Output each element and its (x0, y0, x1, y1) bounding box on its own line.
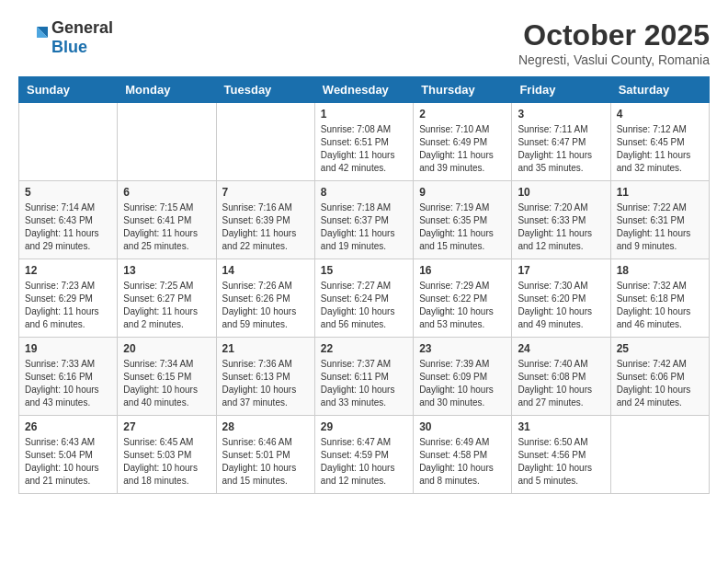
day-cell: 8Sunrise: 7:18 AM Sunset: 6:37 PM Daylig… (314, 181, 413, 259)
week-row-1: 1Sunrise: 7:08 AM Sunset: 6:51 PM Daylig… (19, 103, 710, 181)
day-info: Sunrise: 7:19 AM Sunset: 6:35 PM Dayligh… (419, 201, 506, 253)
day-cell: 11Sunrise: 7:22 AM Sunset: 6:31 PM Dayli… (610, 181, 709, 259)
day-number: 30 (419, 420, 506, 433)
week-row-2: 5Sunrise: 7:14 AM Sunset: 6:43 PM Daylig… (19, 181, 710, 259)
day-info: Sunrise: 7:10 AM Sunset: 6:49 PM Dayligh… (419, 123, 506, 175)
calendar-table: SundayMondayTuesdayWednesdayThursdayFrid… (18, 76, 710, 494)
day-number: 8 (321, 186, 407, 199)
col-header-monday: Monday (118, 77, 216, 103)
day-info: Sunrise: 7:32 AM Sunset: 6:18 PM Dayligh… (617, 280, 703, 331)
day-cell: 29Sunrise: 6:47 AM Sunset: 4:59 PM Dayli… (314, 416, 413, 494)
day-number: 17 (518, 264, 604, 277)
day-info: Sunrise: 7:22 AM Sunset: 6:31 PM Dayligh… (617, 201, 703, 253)
day-number: 26 (25, 420, 111, 433)
month-title: October 2025 (518, 18, 710, 52)
day-number: 12 (25, 264, 111, 277)
day-cell: 19Sunrise: 7:33 AM Sunset: 6:16 PM Dayli… (19, 338, 118, 416)
title-area: October 2025 Negresti, Vaslui County, Ro… (518, 18, 710, 67)
day-info: Sunrise: 7:37 AM Sunset: 6:11 PM Dayligh… (321, 358, 407, 409)
day-cell: 7Sunrise: 7:16 AM Sunset: 6:39 PM Daylig… (216, 181, 314, 259)
col-header-thursday: Thursday (414, 77, 512, 103)
day-info: Sunrise: 7:33 AM Sunset: 6:16 PM Dayligh… (25, 358, 111, 409)
day-number: 2 (419, 108, 506, 121)
day-cell: 13Sunrise: 7:25 AM Sunset: 6:27 PM Dayli… (118, 259, 216, 338)
day-info: Sunrise: 6:49 AM Sunset: 4:58 PM Dayligh… (419, 436, 506, 488)
day-number: 14 (222, 264, 309, 277)
day-number: 28 (222, 420, 309, 433)
day-number: 13 (123, 264, 210, 277)
day-info: Sunrise: 7:20 AM Sunset: 6:33 PM Dayligh… (518, 201, 604, 253)
day-cell: 1Sunrise: 7:08 AM Sunset: 6:51 PM Daylig… (314, 103, 413, 181)
day-cell (610, 416, 709, 494)
day-cell (216, 103, 314, 181)
day-cell (19, 103, 118, 181)
day-info: Sunrise: 6:45 AM Sunset: 5:03 PM Dayligh… (123, 436, 210, 488)
day-number: 29 (321, 420, 407, 433)
logo: General Blue (18, 18, 113, 57)
day-cell: 30Sunrise: 6:49 AM Sunset: 4:58 PM Dayli… (414, 416, 512, 494)
calendar-header-row: SundayMondayTuesdayWednesdayThursdayFrid… (19, 77, 710, 103)
day-cell: 21Sunrise: 7:36 AM Sunset: 6:13 PM Dayli… (216, 338, 314, 416)
day-number: 23 (419, 342, 506, 355)
day-info: Sunrise: 7:16 AM Sunset: 6:39 PM Dayligh… (222, 201, 309, 253)
logo-icon (18, 23, 48, 52)
day-cell: 23Sunrise: 7:39 AM Sunset: 6:09 PM Dayli… (414, 338, 512, 416)
page-header: General Blue October 2025 Negresti, Vasl… (18, 18, 710, 67)
day-number: 18 (617, 264, 703, 277)
day-info: Sunrise: 7:18 AM Sunset: 6:37 PM Dayligh… (321, 201, 407, 253)
day-info: Sunrise: 7:34 AM Sunset: 6:15 PM Dayligh… (123, 358, 210, 409)
day-cell: 24Sunrise: 7:40 AM Sunset: 6:08 PM Dayli… (512, 338, 610, 416)
day-number: 24 (518, 342, 604, 355)
day-info: Sunrise: 7:11 AM Sunset: 6:47 PM Dayligh… (518, 123, 604, 175)
day-number: 11 (617, 186, 703, 199)
day-info: Sunrise: 7:12 AM Sunset: 6:45 PM Dayligh… (617, 123, 703, 175)
day-info: Sunrise: 7:29 AM Sunset: 6:22 PM Dayligh… (419, 280, 506, 331)
day-info: Sunrise: 7:36 AM Sunset: 6:13 PM Dayligh… (222, 358, 309, 409)
day-info: Sunrise: 7:23 AM Sunset: 6:29 PM Dayligh… (25, 280, 111, 331)
day-number: 15 (321, 264, 407, 277)
day-cell: 14Sunrise: 7:26 AM Sunset: 6:26 PM Dayli… (216, 259, 314, 338)
day-number: 7 (222, 186, 309, 199)
day-number: 1 (321, 108, 407, 121)
location-subtitle: Negresti, Vaslui County, Romania (518, 52, 710, 67)
day-number: 16 (419, 264, 506, 277)
day-cell: 17Sunrise: 7:30 AM Sunset: 6:20 PM Dayli… (512, 259, 610, 338)
day-number: 4 (617, 108, 703, 121)
day-cell: 28Sunrise: 6:46 AM Sunset: 5:01 PM Dayli… (216, 416, 314, 494)
logo-blue-text: Blue (51, 38, 87, 56)
day-cell: 16Sunrise: 7:29 AM Sunset: 6:22 PM Dayli… (414, 259, 512, 338)
day-cell: 9Sunrise: 7:19 AM Sunset: 6:35 PM Daylig… (414, 181, 512, 259)
day-info: Sunrise: 6:47 AM Sunset: 4:59 PM Dayligh… (321, 436, 407, 488)
day-number: 3 (518, 108, 604, 121)
day-number: 6 (123, 186, 210, 199)
col-header-tuesday: Tuesday (216, 77, 314, 103)
day-cell: 4Sunrise: 7:12 AM Sunset: 6:45 PM Daylig… (610, 103, 709, 181)
day-cell: 2Sunrise: 7:10 AM Sunset: 6:49 PM Daylig… (414, 103, 512, 181)
day-cell: 22Sunrise: 7:37 AM Sunset: 6:11 PM Dayli… (314, 338, 413, 416)
day-cell: 10Sunrise: 7:20 AM Sunset: 6:33 PM Dayli… (512, 181, 610, 259)
day-cell: 15Sunrise: 7:27 AM Sunset: 6:24 PM Dayli… (314, 259, 413, 338)
day-info: Sunrise: 7:25 AM Sunset: 6:27 PM Dayligh… (123, 280, 210, 331)
day-info: Sunrise: 7:27 AM Sunset: 6:24 PM Dayligh… (321, 280, 407, 331)
day-number: 22 (321, 342, 407, 355)
day-info: Sunrise: 7:26 AM Sunset: 6:26 PM Dayligh… (222, 280, 309, 331)
day-info: Sunrise: 7:15 AM Sunset: 6:41 PM Dayligh… (123, 201, 210, 253)
week-row-3: 12Sunrise: 7:23 AM Sunset: 6:29 PM Dayli… (19, 259, 710, 338)
col-header-sunday: Sunday (19, 77, 118, 103)
day-info: Sunrise: 6:50 AM Sunset: 4:56 PM Dayligh… (518, 436, 604, 488)
day-cell (118, 103, 216, 181)
day-info: Sunrise: 7:42 AM Sunset: 6:06 PM Dayligh… (617, 358, 703, 409)
day-info: Sunrise: 7:14 AM Sunset: 6:43 PM Dayligh… (25, 201, 111, 253)
day-cell: 20Sunrise: 7:34 AM Sunset: 6:15 PM Dayli… (118, 338, 216, 416)
day-cell: 18Sunrise: 7:32 AM Sunset: 6:18 PM Dayli… (610, 259, 709, 338)
day-number: 21 (222, 342, 309, 355)
day-cell: 3Sunrise: 7:11 AM Sunset: 6:47 PM Daylig… (512, 103, 610, 181)
day-number: 31 (518, 420, 604, 433)
logo-general-text: General (51, 18, 113, 37)
day-cell: 12Sunrise: 7:23 AM Sunset: 6:29 PM Dayli… (19, 259, 118, 338)
week-row-5: 26Sunrise: 6:43 AM Sunset: 5:04 PM Dayli… (19, 416, 710, 494)
day-number: 25 (617, 342, 703, 355)
day-info: Sunrise: 7:40 AM Sunset: 6:08 PM Dayligh… (518, 358, 604, 409)
day-info: Sunrise: 7:39 AM Sunset: 6:09 PM Dayligh… (419, 358, 506, 409)
day-number: 10 (518, 186, 604, 199)
